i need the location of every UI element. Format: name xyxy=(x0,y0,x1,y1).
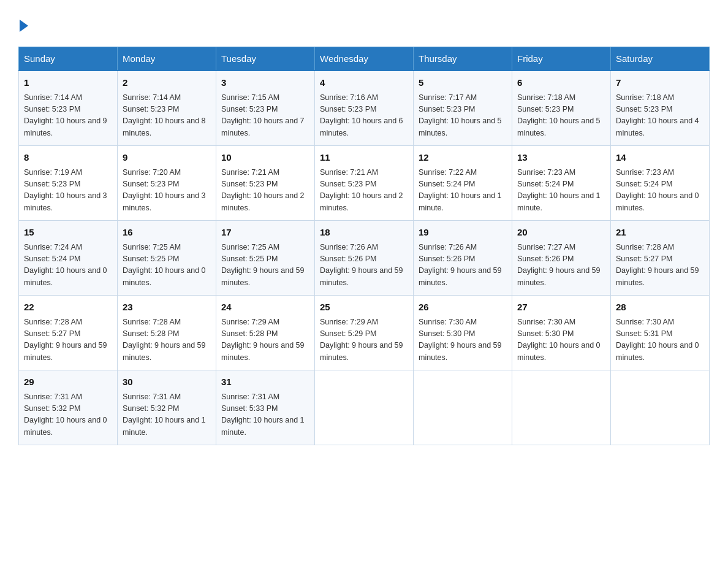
calendar-cell: 29Sunrise: 7:31 AMSunset: 5:32 PMDayligh… xyxy=(19,370,118,445)
calendar-cell xyxy=(512,370,611,445)
day-info: Sunrise: 7:29 AMSunset: 5:29 PMDaylight:… xyxy=(320,316,408,364)
day-info: Sunrise: 7:23 AMSunset: 5:24 PMDaylight:… xyxy=(517,167,605,215)
day-info: Sunrise: 7:17 AMSunset: 5:23 PMDaylight:… xyxy=(419,92,507,140)
calendar-header-saturday: Saturday xyxy=(611,47,710,71)
day-info: Sunrise: 7:28 AMSunset: 5:27 PMDaylight:… xyxy=(616,242,704,289)
day-info: Sunrise: 7:31 AMSunset: 5:32 PMDaylight:… xyxy=(123,391,211,439)
day-number: 31 xyxy=(221,375,309,389)
calendar-cell: 4Sunrise: 7:16 AMSunset: 5:23 PMDaylight… xyxy=(315,71,414,146)
calendar-cell: 14Sunrise: 7:23 AMSunset: 5:24 PMDayligh… xyxy=(611,146,710,221)
day-number: 3 xyxy=(221,76,309,90)
calendar-header-thursday: Thursday xyxy=(414,47,512,71)
day-number: 21 xyxy=(616,226,704,240)
day-number: 9 xyxy=(123,151,211,165)
calendar-cell: 21Sunrise: 7:28 AMSunset: 5:27 PMDayligh… xyxy=(611,221,710,296)
calendar-cell xyxy=(414,370,512,445)
calendar-cell xyxy=(611,370,710,445)
calendar-cell: 27Sunrise: 7:30 AMSunset: 5:30 PMDayligh… xyxy=(512,296,611,370)
day-info: Sunrise: 7:19 AMSunset: 5:23 PMDaylight:… xyxy=(24,167,112,215)
calendar-cell: 20Sunrise: 7:27 AMSunset: 5:26 PMDayligh… xyxy=(512,221,611,296)
calendar-header-sunday: Sunday xyxy=(19,47,118,71)
calendar-cell: 24Sunrise: 7:29 AMSunset: 5:28 PMDayligh… xyxy=(216,296,315,370)
calendar-cell: 30Sunrise: 7:31 AMSunset: 5:32 PMDayligh… xyxy=(118,370,216,445)
calendar-cell xyxy=(315,370,414,445)
day-info: Sunrise: 7:18 AMSunset: 5:23 PMDaylight:… xyxy=(616,92,704,140)
calendar-cell: 13Sunrise: 7:23 AMSunset: 5:24 PMDayligh… xyxy=(512,146,611,221)
day-number: 26 xyxy=(419,301,507,315)
calendar-header-friday: Friday xyxy=(512,47,611,71)
calendar-cell: 31Sunrise: 7:31 AMSunset: 5:33 PMDayligh… xyxy=(216,370,315,445)
calendar-cell: 8Sunrise: 7:19 AMSunset: 5:23 PMDaylight… xyxy=(19,146,118,221)
calendar-week-row: 29Sunrise: 7:31 AMSunset: 5:32 PMDayligh… xyxy=(19,370,710,445)
day-info: Sunrise: 7:14 AMSunset: 5:23 PMDaylight:… xyxy=(24,92,112,140)
day-info: Sunrise: 7:28 AMSunset: 5:28 PMDaylight:… xyxy=(123,316,211,364)
calendar-header-row: SundayMondayTuesdayWednesdayThursdayFrid… xyxy=(19,47,710,71)
calendar-cell: 7Sunrise: 7:18 AMSunset: 5:23 PMDaylight… xyxy=(611,71,710,146)
day-info: Sunrise: 7:21 AMSunset: 5:23 PMDaylight:… xyxy=(221,167,309,215)
calendar-cell: 12Sunrise: 7:22 AMSunset: 5:24 PMDayligh… xyxy=(414,146,512,221)
day-info: Sunrise: 7:30 AMSunset: 5:31 PMDaylight:… xyxy=(616,316,704,364)
day-number: 23 xyxy=(123,301,211,315)
day-number: 30 xyxy=(123,375,211,389)
calendar-cell: 5Sunrise: 7:17 AMSunset: 5:23 PMDaylight… xyxy=(414,71,512,146)
day-number: 6 xyxy=(517,76,605,90)
day-number: 8 xyxy=(24,151,112,165)
day-number: 22 xyxy=(24,301,112,315)
calendar-cell: 18Sunrise: 7:26 AMSunset: 5:26 PMDayligh… xyxy=(315,221,414,296)
day-number: 5 xyxy=(419,76,507,90)
day-info: Sunrise: 7:26 AMSunset: 5:26 PMDaylight:… xyxy=(419,242,507,289)
calendar-cell: 16Sunrise: 7:25 AMSunset: 5:25 PMDayligh… xyxy=(118,221,216,296)
day-info: Sunrise: 7:31 AMSunset: 5:32 PMDaylight:… xyxy=(24,391,112,439)
calendar-cell: 3Sunrise: 7:15 AMSunset: 5:23 PMDaylight… xyxy=(216,71,315,146)
day-number: 19 xyxy=(419,226,507,240)
day-info: Sunrise: 7:31 AMSunset: 5:33 PMDaylight:… xyxy=(221,391,309,439)
day-info: Sunrise: 7:29 AMSunset: 5:28 PMDaylight:… xyxy=(221,316,309,364)
day-number: 7 xyxy=(616,76,704,90)
day-number: 13 xyxy=(517,151,605,165)
day-number: 10 xyxy=(221,151,309,165)
calendar-cell: 26Sunrise: 7:30 AMSunset: 5:30 PMDayligh… xyxy=(414,296,512,370)
calendar-cell: 9Sunrise: 7:20 AMSunset: 5:23 PMDaylight… xyxy=(118,146,216,221)
day-info: Sunrise: 7:23 AMSunset: 5:24 PMDaylight:… xyxy=(616,167,704,215)
calendar-table: SundayMondayTuesdayWednesdayThursdayFrid… xyxy=(18,47,710,445)
calendar-week-row: 1Sunrise: 7:14 AMSunset: 5:23 PMDaylight… xyxy=(19,71,710,146)
day-info: Sunrise: 7:22 AMSunset: 5:24 PMDaylight:… xyxy=(419,167,507,215)
day-number: 29 xyxy=(24,375,112,389)
calendar-cell: 28Sunrise: 7:30 AMSunset: 5:31 PMDayligh… xyxy=(611,296,710,370)
day-info: Sunrise: 7:28 AMSunset: 5:27 PMDaylight:… xyxy=(24,316,112,364)
day-info: Sunrise: 7:26 AMSunset: 5:26 PMDaylight:… xyxy=(320,242,408,289)
day-info: Sunrise: 7:16 AMSunset: 5:23 PMDaylight:… xyxy=(320,92,408,140)
calendar-cell: 19Sunrise: 7:26 AMSunset: 5:26 PMDayligh… xyxy=(414,221,512,296)
day-number: 15 xyxy=(24,226,112,240)
logo-arrow-icon xyxy=(20,20,28,32)
day-number: 14 xyxy=(616,151,704,165)
day-number: 12 xyxy=(419,151,507,165)
day-number: 27 xyxy=(517,301,605,315)
calendar-cell: 15Sunrise: 7:24 AMSunset: 5:24 PMDayligh… xyxy=(19,221,118,296)
calendar-week-row: 15Sunrise: 7:24 AMSunset: 5:24 PMDayligh… xyxy=(19,221,710,296)
day-number: 16 xyxy=(123,226,211,240)
calendar-cell: 22Sunrise: 7:28 AMSunset: 5:27 PMDayligh… xyxy=(19,296,118,370)
day-number: 17 xyxy=(221,226,309,240)
logo xyxy=(18,18,28,34)
day-info: Sunrise: 7:18 AMSunset: 5:23 PMDaylight:… xyxy=(517,92,605,140)
day-info: Sunrise: 7:27 AMSunset: 5:26 PMDaylight:… xyxy=(517,242,605,289)
logo-block xyxy=(18,18,28,34)
day-info: Sunrise: 7:21 AMSunset: 5:23 PMDaylight:… xyxy=(320,167,408,215)
day-number: 11 xyxy=(320,151,408,165)
day-info: Sunrise: 7:30 AMSunset: 5:30 PMDaylight:… xyxy=(419,316,507,364)
calendar-cell: 10Sunrise: 7:21 AMSunset: 5:23 PMDayligh… xyxy=(216,146,315,221)
day-info: Sunrise: 7:24 AMSunset: 5:24 PMDaylight:… xyxy=(24,242,112,289)
day-number: 4 xyxy=(320,76,408,90)
day-number: 25 xyxy=(320,301,408,315)
calendar-header-monday: Monday xyxy=(118,47,216,71)
calendar-week-row: 8Sunrise: 7:19 AMSunset: 5:23 PMDaylight… xyxy=(19,146,710,221)
calendar-week-row: 22Sunrise: 7:28 AMSunset: 5:27 PMDayligh… xyxy=(19,296,710,370)
day-number: 28 xyxy=(616,301,704,315)
calendar-header-wednesday: Wednesday xyxy=(315,47,414,71)
calendar-cell: 11Sunrise: 7:21 AMSunset: 5:23 PMDayligh… xyxy=(315,146,414,221)
day-info: Sunrise: 7:25 AMSunset: 5:25 PMDaylight:… xyxy=(123,242,211,289)
day-number: 18 xyxy=(320,226,408,240)
day-number: 1 xyxy=(24,76,112,90)
day-info: Sunrise: 7:25 AMSunset: 5:25 PMDaylight:… xyxy=(221,242,309,289)
